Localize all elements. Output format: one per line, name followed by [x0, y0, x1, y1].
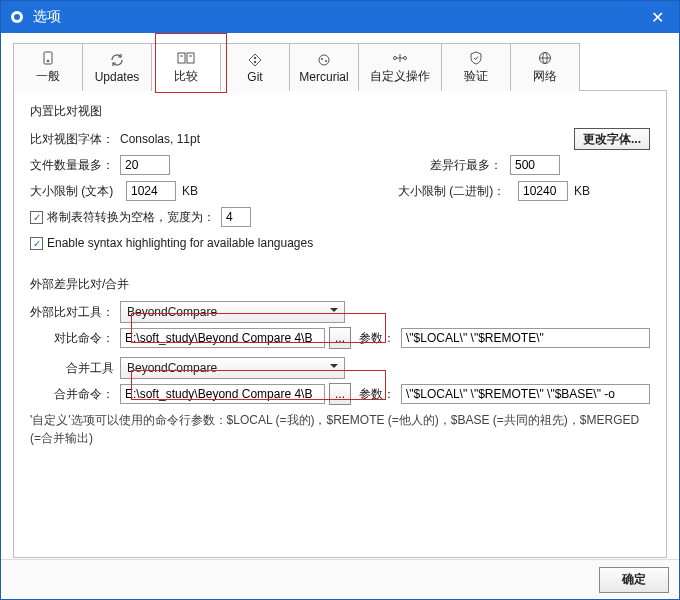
compare-icon [177, 50, 195, 66]
merge-args-input[interactable] [401, 384, 650, 404]
svg-point-11 [321, 58, 323, 60]
tab-updates[interactable]: Updates [82, 43, 152, 91]
svg-rect-5 [187, 53, 194, 63]
max-files-label: 文件数量最多： [30, 157, 120, 174]
merge-cmd-input[interactable] [120, 384, 325, 404]
svg-rect-4 [178, 53, 185, 63]
custom-args-hint: '自定义'选项可以使用的命令行参数：$LOCAL (=我的)，$REMOTE (… [30, 411, 650, 447]
tab-network[interactable]: 网络 [510, 43, 580, 91]
svg-point-1 [14, 14, 20, 20]
diff-args-label: 参数： [359, 330, 395, 347]
custom-actions-icon [391, 50, 409, 66]
merge-tool-value: BeyondCompare [127, 361, 217, 375]
tabs-to-spaces-checkbox[interactable]: ✓ [30, 211, 43, 224]
builtin-section-title: 内置比对视图 [30, 103, 650, 120]
tab-width-input[interactable] [221, 207, 251, 227]
svg-point-10 [319, 55, 329, 65]
options-window: 选项 ✕ 一般 Updates 比较 Git [0, 0, 680, 600]
tab-bar: 一般 Updates 比较 Git Mercurial 自定义操作 [13, 43, 667, 91]
tab-auth[interactable]: 验证 [441, 43, 511, 91]
tab-label: 验证 [464, 68, 488, 85]
diff-cmd-input[interactable] [120, 328, 325, 348]
tab-mercurial[interactable]: Mercurial [289, 43, 359, 91]
tab-label: 自定义操作 [370, 68, 430, 85]
dialog-footer: 确定 [1, 559, 679, 599]
size-text-unit: KB [182, 184, 198, 198]
svg-rect-2 [44, 52, 52, 64]
diff-tool-select[interactable]: BeyondCompare [120, 301, 345, 323]
merge-tool-select[interactable]: BeyondCompare [120, 357, 345, 379]
tab-label: Mercurial [299, 70, 348, 84]
size-bin-label: 大小限制 (二进制)： [398, 183, 518, 200]
titlebar: 选项 ✕ [1, 1, 679, 33]
merge-tool-label: 合并工具 [66, 360, 120, 377]
size-bin-input[interactable] [518, 181, 568, 201]
tab-label: 一般 [36, 68, 60, 85]
change-font-button[interactable]: 更改字体... [574, 128, 650, 150]
close-button[interactable]: ✕ [641, 1, 673, 33]
svg-point-9 [254, 60, 256, 62]
svg-point-13 [394, 57, 397, 60]
updates-icon [108, 52, 126, 68]
svg-point-12 [325, 60, 327, 62]
merge-cmd-label: 合并命令： [54, 386, 120, 403]
max-files-input[interactable] [120, 155, 170, 175]
font-label: 比对视图字体： [30, 131, 120, 148]
tab-git[interactable]: Git [220, 43, 290, 91]
tab-compare[interactable]: 比较 [151, 43, 221, 91]
tab-custom-actions[interactable]: 自定义操作 [358, 43, 442, 91]
size-text-label: 大小限制 (文本) [30, 183, 126, 200]
general-icon [39, 50, 57, 66]
app-icon [9, 9, 25, 25]
syntax-highlight-checkbox[interactable]: ✓ [30, 237, 43, 250]
diff-cmd-label: 对比命令： [54, 330, 120, 347]
tabs-to-spaces-label: 将制表符转换为空格，宽度为： [47, 209, 215, 226]
size-text-input[interactable] [126, 181, 176, 201]
auth-icon [467, 50, 485, 66]
merge-args-label: 参数： [359, 386, 395, 403]
window-title: 选项 [33, 8, 61, 26]
max-diff-lines-input[interactable] [510, 155, 560, 175]
font-value: Consolas, 11pt [120, 132, 200, 146]
max-diff-lines-label: 差异行最多： [430, 157, 510, 174]
diff-tool-label: 外部比对工具： [30, 304, 120, 321]
tab-general[interactable]: 一般 [13, 43, 83, 91]
size-bin-unit: KB [574, 184, 590, 198]
syntax-highlight-label: Enable syntax highlighting for available… [47, 236, 313, 250]
diff-tool-value: BeyondCompare [127, 305, 217, 319]
network-icon [536, 50, 554, 66]
svg-point-8 [254, 56, 256, 58]
diff-cmd-browse-button[interactable]: ... [329, 327, 351, 349]
diff-args-input[interactable] [401, 328, 650, 348]
svg-point-3 [47, 60, 49, 62]
tab-label: Updates [95, 70, 140, 84]
mercurial-icon [315, 52, 333, 68]
tab-label: 比较 [174, 68, 198, 85]
tab-label: Git [247, 70, 262, 84]
merge-cmd-browse-button[interactable]: ... [329, 383, 351, 405]
svg-point-14 [404, 57, 407, 60]
external-section-title: 外部差异比对/合并 [30, 276, 650, 293]
git-icon [246, 52, 264, 68]
ok-button[interactable]: 确定 [599, 567, 669, 593]
compare-panel: 内置比对视图 比对视图字体： Consolas, 11pt 更改字体... 文件… [13, 90, 667, 558]
tab-label: 网络 [533, 68, 557, 85]
